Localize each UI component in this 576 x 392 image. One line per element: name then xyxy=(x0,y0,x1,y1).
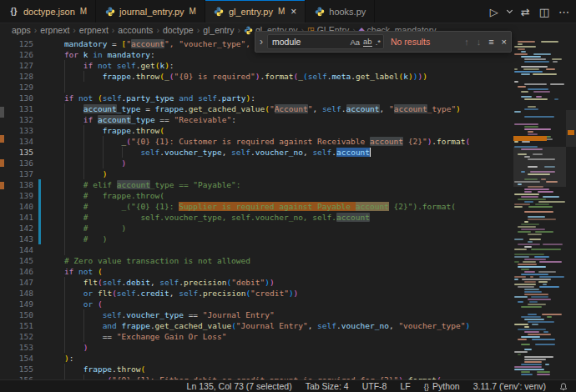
code-line-150[interactable]: 150 self.voucher_type == "Journal Entry" xyxy=(0,309,513,320)
code-line-152[interactable]: 152 == "Exchange Gain Or Loss" xyxy=(0,331,513,342)
tab-journal-entry[interactable]: journal_entry.py M xyxy=(96,0,205,23)
editor[interactable]: 125 mandatory = ["account", "voucher_typ… xyxy=(0,37,576,379)
minimap-slider[interactable] xyxy=(513,147,566,187)
code-area[interactable]: 125 mandatory = ["account", "voucher_typ… xyxy=(0,38,513,379)
line-number[interactable]: 153 xyxy=(5,342,33,353)
code-line-153[interactable]: 153 ) xyxy=(0,342,513,353)
line-number[interactable]: 132 xyxy=(5,114,33,125)
line-number[interactable]: 146 xyxy=(5,266,33,277)
tab-hooks[interactable]: hooks.py xyxy=(306,0,375,23)
code-line-145[interactable]: 145 # Zero value transaction is not allo… xyxy=(0,255,513,266)
status-eol[interactable]: LF xyxy=(400,381,410,391)
code-line-129[interactable]: 129 xyxy=(0,82,513,93)
code-line-137[interactable]: 137 ) xyxy=(0,168,513,179)
code-line-140[interactable]: 140 # _("{0} {1}: Supplier is required a… xyxy=(0,201,513,212)
close-icon[interactable]: × xyxy=(291,7,296,17)
find-next-icon[interactable]: ↓ xyxy=(477,37,482,47)
line-number[interactable]: 144 xyxy=(5,244,33,255)
code-line-138[interactable]: 138 # elif account_type == "Payable": xyxy=(0,179,513,190)
run-dropdown-chevron-icon[interactable] xyxy=(507,8,513,13)
code-line-128[interactable]: 128 frappe.throw(_("{0} is required").fo… xyxy=(0,71,513,82)
overview-ruler[interactable] xyxy=(566,37,576,379)
line-number[interactable]: 133 xyxy=(5,125,33,136)
breadcrumb-item-erpnext[interactable]: erpnext xyxy=(79,25,109,35)
status-interpreter[interactable]: 3.11.7 ('env': venv) xyxy=(473,381,546,391)
line-number[interactable]: 136 xyxy=(5,158,33,168)
line-number[interactable]: 155 xyxy=(5,364,33,374)
whole-word-icon[interactable]: ab xyxy=(363,37,372,47)
code-line-147[interactable]: 147 flt(self.debit, self.precision("debi… xyxy=(0,277,513,288)
status-encoding[interactable]: UTF-8 xyxy=(362,381,387,391)
line-number[interactable]: 135 xyxy=(5,147,33,158)
line-number[interactable]: 149 xyxy=(5,299,33,309)
status-tab-size[interactable]: Tab Size: 4 xyxy=(306,381,349,391)
line-number[interactable]: 129 xyxy=(5,82,33,93)
line-number[interactable]: 152 xyxy=(5,331,33,342)
status-language[interactable]: {} Python xyxy=(424,381,460,391)
regex-icon[interactable]: .* xyxy=(376,38,381,47)
tab-doctype-json[interactable]: {} doctype.json M xyxy=(0,0,96,23)
code-line-136[interactable]: 136 ) xyxy=(0,158,513,168)
line-number[interactable]: 126 xyxy=(5,49,33,60)
code-line-142[interactable]: 142 # ) xyxy=(0,223,513,234)
tab-gl-entry[interactable]: gl_entry.py M × xyxy=(205,0,306,23)
line-number[interactable]: 139 xyxy=(5,190,33,201)
line-number[interactable]: 141 xyxy=(5,212,33,223)
line-number[interactable]: 127 xyxy=(5,60,33,71)
match-case-icon[interactable]: Aa xyxy=(350,38,360,47)
code-line-139[interactable]: 139 # frappe.throw( xyxy=(0,190,513,201)
line-number[interactable]: 128 xyxy=(5,71,33,82)
code-line-144[interactable]: 144 xyxy=(0,244,513,255)
bell-icon[interactable] xyxy=(559,382,568,391)
line-number[interactable]: 151 xyxy=(5,320,33,331)
line-number[interactable]: 154 xyxy=(5,353,33,364)
line-number[interactable]: 125 xyxy=(5,38,33,49)
line-number[interactable]: 131 xyxy=(5,103,33,114)
scrollbar-thumb[interactable] xyxy=(566,110,576,147)
breadcrumb-item-accounts[interactable]: accounts xyxy=(118,25,153,35)
status-cursor-position[interactable]: Ln 135, Col 73 (7 selected) xyxy=(187,381,292,391)
line-number[interactable]: 142 xyxy=(5,223,33,234)
code-line-132[interactable]: 132 if account_type == "Receivable": xyxy=(0,114,513,125)
code-line-151[interactable]: 151 and frappe.get_cached_value("Journal… xyxy=(0,320,513,331)
breadcrumb-item-apps[interactable]: apps xyxy=(12,25,31,35)
find-previous-icon[interactable]: ↑ xyxy=(464,37,469,47)
minimap[interactable] xyxy=(513,37,566,379)
code-line-143[interactable]: 143 # ) xyxy=(0,234,513,244)
line-number[interactable]: 134 xyxy=(5,136,33,147)
line-number[interactable]: 150 xyxy=(5,309,33,320)
code-line-127[interactable]: 127 if not self.get(k): xyxy=(0,60,513,71)
run-button[interactable]: ▷ xyxy=(490,7,498,18)
code-line-148[interactable]: 148 or flt(self.credit, self.precision("… xyxy=(0,288,513,299)
code-line-130[interactable]: 130 if not (self.party_type and self.par… xyxy=(0,93,513,103)
line-number[interactable]: 148 xyxy=(5,288,33,299)
code-line-149[interactable]: 149 or ( xyxy=(0,299,513,309)
breadcrumb-item-doctype[interactable]: doctype xyxy=(163,25,194,35)
open-changes-icon[interactable]: ⇄ xyxy=(521,7,530,18)
more-actions-icon[interactable]: ⋯ xyxy=(558,7,569,18)
find-in-selection-icon[interactable]: ≡ xyxy=(488,37,493,47)
split-editor-icon[interactable]: ◫ xyxy=(539,7,549,18)
line-number[interactable]: 143 xyxy=(5,234,33,244)
code-line-154[interactable]: 154 ): xyxy=(0,353,513,364)
find-close-icon[interactable]: × xyxy=(502,37,507,47)
code-line-146[interactable]: 146 if not ( xyxy=(0,266,513,277)
line-number[interactable]: 138 xyxy=(5,179,33,190)
code-line-131[interactable]: 131 account_type = frappe.get_cached_val… xyxy=(0,103,513,114)
breadcrumb-item-gl-entry[interactable]: gl_entry xyxy=(203,25,234,35)
find-input[interactable]: module Aa ab .* xyxy=(267,34,384,49)
toggle-replace-chevron-icon[interactable]: › xyxy=(257,36,265,48)
line-number[interactable]: 140 xyxy=(5,201,33,212)
find-query-text[interactable]: module xyxy=(272,37,346,47)
code-line-133[interactable]: 133 frappe.throw( xyxy=(0,125,513,136)
line-number[interactable]: 147 xyxy=(5,277,33,288)
breadcrumb-item-erpnext[interactable]: erpnext xyxy=(40,25,69,35)
line-number[interactable]: 137 xyxy=(5,168,33,179)
line-number[interactable]: 145 xyxy=(5,255,33,266)
line-number[interactable]: 130 xyxy=(5,93,33,103)
code-line-141[interactable]: 141 # self.voucher_type, self.voucher_no… xyxy=(0,212,513,223)
code-line-134[interactable]: 134 _("{0} {1}: Customer is required aga… xyxy=(0,136,513,147)
code-line-135[interactable]: 135 self.voucher_type, self.voucher_no, … xyxy=(0,147,513,158)
line-number[interactable]: 156 xyxy=(5,374,33,379)
code-line-155[interactable]: 155 frappe.throw( xyxy=(0,364,513,374)
